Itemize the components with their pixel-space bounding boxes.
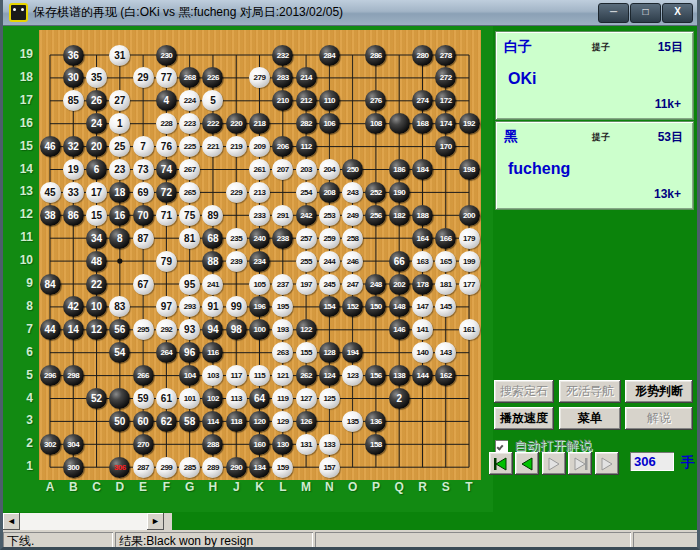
stone: 8	[109, 228, 130, 249]
nav-prev-button[interactable]	[515, 452, 539, 475]
stone: 212	[296, 90, 317, 111]
stone: 70	[133, 205, 154, 226]
stone: 287	[133, 457, 154, 478]
stone: 19	[63, 159, 84, 180]
maximize-button[interactable]: □	[630, 3, 661, 23]
stone: 135	[342, 411, 363, 432]
column-label: E	[135, 480, 151, 494]
white-captures-value: 15目	[658, 39, 683, 56]
stone: 255	[296, 251, 317, 272]
stone: 127	[296, 388, 317, 409]
stone: 163	[412, 251, 433, 272]
title-bar[interactable]: 保存棋谱的再现 (白:OKi vs 黑:fucheng 对局日:2013/02/…	[3, 0, 697, 26]
black-player-label: 黑	[504, 128, 518, 146]
stone: 7	[133, 136, 154, 157]
status-cell-1: 下线.	[3, 532, 113, 548]
stone: 186	[389, 159, 410, 180]
stone: 88	[202, 251, 223, 272]
status-bar: 下线.结果:Black won by resign	[3, 530, 700, 550]
stone	[389, 113, 410, 134]
stone: 190	[389, 182, 410, 203]
tool-button-1: 搜索定石	[494, 380, 554, 403]
stone: 237	[272, 274, 293, 295]
stone: 61	[156, 388, 177, 409]
stone: 203	[296, 159, 317, 180]
stone: 278	[435, 45, 456, 66]
close-button[interactable]: X	[662, 3, 693, 23]
stone: 289	[202, 457, 223, 478]
stone: 262	[296, 365, 317, 386]
stone: 16	[109, 205, 130, 226]
stone: 280	[412, 45, 433, 66]
stone: 66	[389, 251, 410, 272]
stone: 168	[412, 113, 433, 134]
horizontal-scrollbar[interactable]: ◄ ►	[3, 513, 172, 530]
auto-commentary-checkbox[interactable]	[495, 440, 508, 453]
tool-button-4[interactable]: 播放速度	[494, 407, 554, 430]
stone: 6	[86, 159, 107, 180]
stone: 165	[435, 251, 456, 272]
row-label: 3	[11, 413, 33, 427]
stone: 14	[63, 319, 84, 340]
scrollbar-track[interactable]	[20, 513, 147, 530]
stone: 126	[296, 411, 317, 432]
column-label: J	[228, 480, 244, 494]
nav-first-button[interactable]	[489, 452, 513, 475]
stone: 113	[226, 388, 247, 409]
column-label: P	[368, 480, 384, 494]
go-board[interactable]: 19181716151413121110987654321ABCDEFGHJKL…	[3, 26, 493, 512]
stone: 159	[272, 457, 293, 478]
scroll-left-arrow-icon[interactable]: ◄	[3, 513, 20, 530]
column-label: Q	[391, 480, 407, 494]
stone: 146	[389, 319, 410, 340]
move-number-input[interactable]	[630, 452, 674, 471]
stone: 60	[133, 411, 154, 432]
stone: 219	[226, 136, 247, 157]
row-label: 8	[11, 299, 33, 313]
row-label: 7	[11, 322, 33, 336]
stone: 166	[435, 228, 456, 249]
stone: 188	[412, 205, 433, 226]
tool-button-2: 死活导航	[559, 380, 621, 403]
row-label: 19	[11, 47, 33, 61]
black-captures-value: 53目	[658, 129, 683, 146]
stone: 192	[459, 113, 480, 134]
white-captures-label: 提子	[592, 41, 610, 54]
stone: 133	[319, 434, 340, 455]
stone: 302	[40, 434, 61, 455]
stone: 208	[319, 182, 340, 203]
stone: 296	[40, 365, 61, 386]
stone: 178	[412, 274, 433, 295]
column-label: B	[65, 480, 81, 494]
stone: 125	[319, 388, 340, 409]
stone: 15	[86, 205, 107, 226]
column-label: T	[461, 480, 477, 494]
column-label: H	[205, 480, 221, 494]
stone: 34	[86, 228, 107, 249]
black-player-name: fucheng	[508, 160, 570, 178]
stone: 68	[202, 228, 223, 249]
black-player-rank: 13k+	[654, 187, 681, 201]
column-label: M	[298, 480, 314, 494]
stone: 134	[249, 457, 270, 478]
stone: 95	[179, 274, 200, 295]
stone: 235	[226, 228, 247, 249]
minimize-button[interactable]: ─	[598, 3, 629, 23]
scrollbar-tail	[164, 513, 172, 530]
stone: 72	[156, 182, 177, 203]
stone: 85	[63, 90, 84, 111]
scroll-right-arrow-icon[interactable]: ►	[147, 513, 164, 530]
white-player-name: OKi	[508, 70, 536, 88]
stone: 32	[63, 136, 84, 157]
tool-button-3[interactable]: 形势判断	[625, 380, 693, 403]
white-player-label: 白子	[504, 38, 532, 56]
nav-next-button	[542, 452, 566, 475]
stone: 20	[86, 136, 107, 157]
white-player-card: 白子 提子 15目 OKi 11k+	[495, 31, 694, 120]
stone: 257	[296, 228, 317, 249]
black-captures-label: 提子	[592, 131, 610, 144]
status-cell-3	[315, 532, 631, 548]
tool-button-5[interactable]: 菜单	[559, 407, 621, 430]
stone: 160	[249, 434, 270, 455]
stone: 298	[63, 365, 84, 386]
